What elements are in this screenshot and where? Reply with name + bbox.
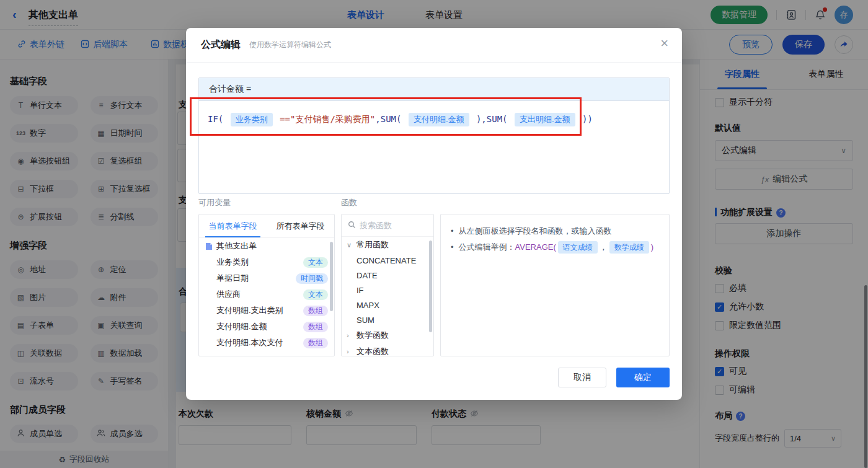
close-icon[interactable]: × [660,37,668,50]
function-search [342,214,433,237]
formula-target-field: 合计金额 = [199,78,669,101]
formula-help-panel: •从左侧面板选择字段名和函数，或输入函数 •公式编辑举例：AVERAGE(语文成… [440,214,670,356]
tab-all-form-fields[interactable]: 所有表单字段 [267,214,334,237]
modal-subtitle: 使用数学运算符编辑公式 [249,40,331,50]
formula-field-chip[interactable]: 支付明细.金额 [409,113,469,126]
function-group-math[interactable]: › 数学函数 [342,327,433,343]
formula-string: =="支付销售/采购费用" [275,114,376,124]
function-item-mapx[interactable]: MAPX [342,298,433,312]
chevron-right-icon: › [347,332,353,339]
document-icon [205,242,213,250]
variable-item[interactable]: 支付明细.支出类别数组 [199,302,334,319]
chevron-down-icon: ∨ [347,241,353,249]
modal-title: 公式编辑 [201,38,241,51]
example-field-chip: 语文成绩 [558,241,598,254]
formula-keyword: IF( [208,114,229,124]
variable-item[interactable]: 支付明细.金额数组 [199,319,334,335]
variables-root-node[interactable]: 其他支出单 [199,238,334,254]
variables-label: 可用变量 [198,197,231,208]
variables-tabs: 当前表单字段 所有表单字段 [199,214,334,238]
type-badge: 文本 [303,257,328,268]
example-field-chip: 数学成绩 [609,241,649,254]
formula-editor: 合计金额 = IF( 业务类别 =="支付销售/采购费用",SUM( 支付明细.… [198,77,670,194]
formula-field-chip[interactable]: 业务类别 [231,113,273,126]
formula-input-area[interactable]: IF( 业务类别 =="支付销售/采购费用",SUM( 支付明细.金额 ),SU… [199,101,669,137]
search-icon [348,221,356,231]
help-line-1: •从左侧面板选择字段名和函数，或输入函数 [451,223,659,239]
type-badge: 时间戳 [296,273,328,284]
function-item-if[interactable]: IF [342,283,433,298]
variable-item[interactable]: 供应商文本 [199,286,334,302]
function-group-common[interactable]: ∨ 常用函数 [342,237,433,253]
functions-label: 函数 [341,197,357,208]
formula-keyword: )) [577,114,593,124]
variable-item[interactable]: 业务类别文本 [199,254,334,270]
chevron-right-icon: › [347,348,353,355]
function-item-date[interactable]: DATE [342,268,433,283]
formula-editor-modal: 公式编辑 使用数学运算符编辑公式 × 合计金额 = IF( 业务类别 =="支付… [186,28,682,400]
modal-header: 公式编辑 使用数学运算符编辑公式 × [186,28,682,63]
formula-keyword: ,SUM( [375,114,407,124]
type-badge: 数组 [303,322,328,332]
function-group-text[interactable]: › 文本函数 [342,343,433,356]
variables-panel: 当前表单字段 所有表单字段 其他支出单 业务类别文本 单据日期时间戳 供应商文本… [198,214,335,356]
variable-item[interactable]: 支付明细.本次支付数组 [199,335,334,351]
type-badge: 文本 [303,289,328,300]
functions-panel: ∨ 常用函数 CONCATENATE DATE IF MAPX SUM › 数学… [341,214,434,356]
type-badge: 数组 [303,306,328,316]
function-item-concatenate[interactable]: CONCATENATE [342,253,433,268]
function-search-input[interactable] [360,221,422,230]
app-root: ‹ 其他支出单 表单设计 表单设置 数据管理 存 [0,0,868,468]
example-function-name: AVERAGE( [515,242,556,252]
variables-scrollbar[interactable] [330,242,333,311]
tab-current-form-fields[interactable]: 当前表单字段 [199,214,267,237]
modal-footer: 取消 确定 [558,368,670,387]
example-function-close: ) [651,242,653,252]
help-line-2: •公式编辑举例：AVERAGE(语文成绩，数学成绩) [451,239,659,255]
functions-scrollbar[interactable] [429,241,432,332]
type-badge: 数组 [303,338,328,348]
function-item-sum[interactable]: SUM [342,312,433,327]
cancel-button[interactable]: 取消 [558,368,606,387]
formula-keyword: ),SUM( [471,114,513,124]
formula-field-chip[interactable]: 支出明细.金额 [515,113,575,126]
variable-item[interactable]: 单据日期时间戳 [199,270,334,286]
confirm-button[interactable]: 确定 [616,368,670,387]
